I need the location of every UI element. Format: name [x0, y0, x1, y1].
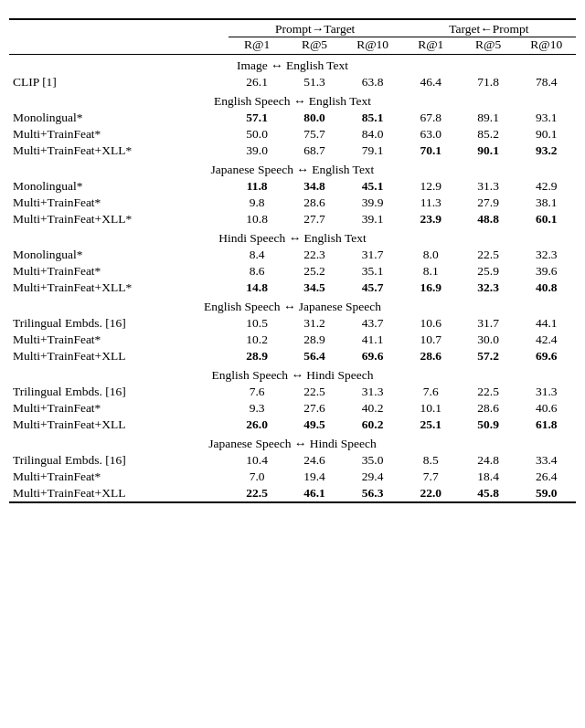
row-value: 85.2 [460, 126, 517, 142]
row-value: 46.4 [402, 74, 460, 90]
row-value: 85.1 [343, 110, 401, 126]
row-value: 56.3 [343, 485, 401, 502]
row-value: 56.4 [286, 348, 344, 364]
table-row: Multi+TrainFeat+XLL28.956.469.628.657.26… [9, 348, 576, 364]
table-row: Monolingual*8.422.331.78.022.532.3 [9, 247, 576, 263]
row-value: 23.9 [402, 211, 460, 227]
row-value: 31.7 [460, 315, 517, 332]
table-row: Multi+TrainFeat+XLL*10.827.739.123.948.8… [9, 211, 576, 227]
row-value: 26.1 [229, 74, 286, 90]
row-value: 60.1 [517, 211, 576, 227]
row-value: 68.7 [286, 142, 344, 159]
row-value: 8.4 [229, 247, 286, 263]
table-row: Multi+TrainFeat*10.228.941.110.730.042.4 [9, 332, 576, 348]
col-r1-pt: R@1 [229, 37, 286, 55]
row-value: 70.1 [402, 142, 460, 159]
section-header-4: English Speech ↔ Japanese Speech [9, 296, 576, 315]
results-table: Prompt→Target Target←Prompt R@1 R@5 R@10… [9, 18, 576, 503]
row-value: 31.3 [517, 384, 576, 400]
row-value: 7.6 [402, 384, 460, 400]
row-label: Multi+TrainFeat* [9, 332, 229, 348]
row-value: 32.3 [517, 247, 576, 263]
row-value: 16.9 [402, 280, 460, 296]
row-value: 9.8 [229, 195, 286, 211]
row-value: 34.8 [286, 178, 344, 195]
row-value: 28.9 [286, 332, 344, 348]
row-value: 18.4 [460, 469, 517, 485]
row-value: 39.9 [343, 195, 401, 211]
row-value: 22.3 [286, 247, 344, 263]
header-row-1: Prompt→Target Target←Prompt [9, 19, 576, 37]
row-value: 25.2 [286, 263, 344, 280]
row-value: 25.1 [402, 417, 460, 433]
row-value: 80.0 [286, 110, 344, 126]
row-value: 42.9 [517, 178, 576, 195]
table-row: Multi+TrainFeat+XLL22.546.156.322.045.85… [9, 485, 576, 502]
col-r1-tp: R@1 [402, 37, 460, 55]
row-label: Trilingual Embds. [16] [9, 384, 229, 400]
row-value: 45.1 [343, 178, 401, 195]
row-value: 14.8 [229, 280, 286, 296]
row-value: 43.7 [343, 315, 401, 332]
row-value: 60.2 [343, 417, 401, 433]
row-label: Multi+TrainFeat+XLL* [9, 280, 229, 296]
row-value: 7.0 [229, 469, 286, 485]
row-value: 35.1 [343, 263, 401, 280]
row-value: 57.1 [229, 110, 286, 126]
row-label: CLIP [1] [9, 74, 229, 90]
row-value: 22.5 [460, 247, 517, 263]
row-value: 90.1 [517, 126, 576, 142]
table-row: CLIP [1]26.151.363.846.471.878.4 [9, 74, 576, 90]
table-row: Multi+TrainFeat*9.828.639.911.327.938.1 [9, 195, 576, 211]
row-label: Multi+TrainFeat* [9, 195, 229, 211]
target-prompt-header: Target←Prompt [402, 19, 576, 37]
row-value: 49.5 [286, 417, 344, 433]
row-value: 11.3 [402, 195, 460, 211]
row-value: 7.7 [402, 469, 460, 485]
row-value: 63.8 [343, 74, 401, 90]
table-row: Trilingual Embds. [16]10.531.243.710.631… [9, 315, 576, 332]
row-label: Multi+TrainFeat+XLL* [9, 211, 229, 227]
row-label: Multi+TrainFeat+XLL [9, 417, 229, 433]
row-value: 29.4 [343, 469, 401, 485]
row-value: 79.1 [343, 142, 401, 159]
row-value: 40.8 [517, 280, 576, 296]
table-row: Multi+TrainFeat+XLL*39.068.779.170.190.1… [9, 142, 576, 159]
table-row: Monolingual*11.834.845.112.931.342.9 [9, 178, 576, 195]
row-value: 39.6 [517, 263, 576, 280]
row-value: 8.1 [402, 263, 460, 280]
row-value: 50.0 [229, 126, 286, 142]
row-value: 28.6 [286, 195, 344, 211]
row-value: 69.6 [517, 348, 576, 364]
section-header-5: English Speech ↔ Hindi Speech [9, 364, 576, 384]
row-value: 10.4 [229, 452, 286, 469]
row-value: 45.8 [460, 485, 517, 502]
row-value: 78.4 [517, 74, 576, 90]
row-label: Trilingual Embds. [16] [9, 315, 229, 332]
row-value: 39.0 [229, 142, 286, 159]
row-value: 8.5 [402, 452, 460, 469]
row-value: 31.7 [343, 247, 401, 263]
section-title-3: Hindi Speech ↔ English Text [9, 227, 576, 247]
row-value: 57.2 [460, 348, 517, 364]
col-r5-pt: R@5 [286, 37, 344, 55]
row-value: 35.0 [343, 452, 401, 469]
row-value: 12.9 [402, 178, 460, 195]
row-value: 10.2 [229, 332, 286, 348]
row-value: 24.6 [286, 452, 344, 469]
row-value: 10.5 [229, 315, 286, 332]
prompt-target-header: Prompt→Target [229, 19, 402, 37]
row-value: 69.6 [343, 348, 401, 364]
row-label: Monolingual* [9, 247, 229, 263]
row-label: Multi+TrainFeat+XLL [9, 348, 229, 364]
row-value: 71.8 [460, 74, 517, 90]
row-value: 24.8 [460, 452, 517, 469]
row-value: 26.0 [229, 417, 286, 433]
table-row: Trilingual Embds. [16]7.622.531.37.622.5… [9, 384, 576, 400]
row-value: 28.6 [460, 400, 517, 417]
row-value: 27.6 [286, 400, 344, 417]
col-r10-pt: R@10 [343, 37, 401, 55]
row-value: 42.4 [517, 332, 576, 348]
row-value: 40.6 [517, 400, 576, 417]
row-label: Multi+TrainFeat+XLL* [9, 142, 229, 159]
